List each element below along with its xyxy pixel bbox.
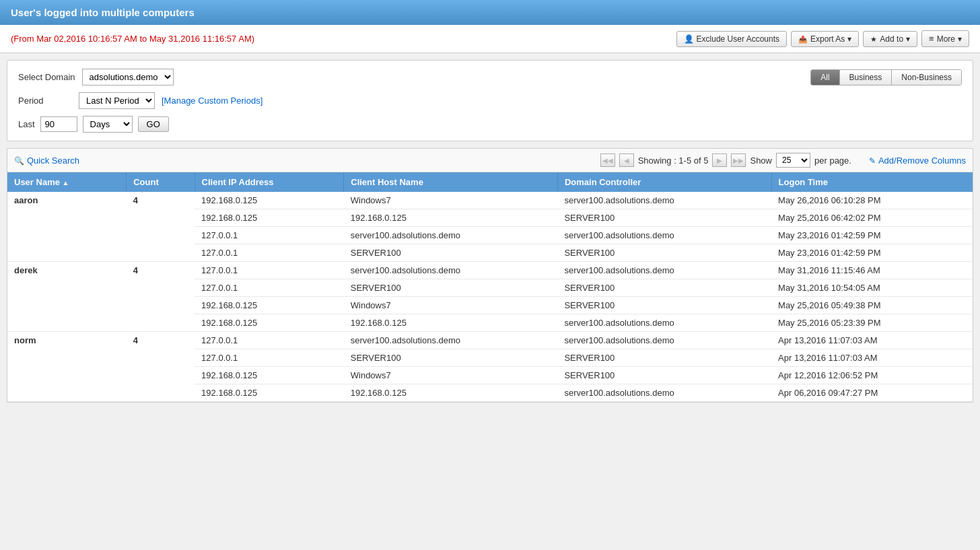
domainctrl-cell: server100.adsolutions.demo (557, 332, 771, 349)
next-page-button[interactable]: ▶ (712, 153, 727, 167)
logontime-cell: May 31,2016 11:15:46 AM (771, 262, 973, 279)
data-table: User Name ▲ Count Client IP Address Clie… (7, 172, 973, 402)
username-cell: norm (7, 332, 127, 402)
col-domainctrl[interactable]: Domain Controller (557, 172, 771, 192)
hostname-cell: Windows7 (344, 297, 558, 314)
hostname-cell: SERVER100 (344, 244, 558, 262)
first-page-button[interactable]: ◀◀ (600, 153, 615, 167)
date-range-subtitle: (From Mar 02,2016 10:16:57 AM to May 31,… (11, 34, 254, 44)
domainctrl-cell: server100.adsolutions.demo (557, 227, 771, 244)
username-cell: derek (7, 262, 127, 332)
logontime-cell: May 23,2016 01:42:59 PM (771, 244, 973, 262)
domainctrl-cell: server100.adsolutions.demo (557, 384, 771, 402)
hostname-cell: server100.adsolutions.demo (344, 332, 558, 349)
last-label: Last (18, 119, 35, 129)
domain-select[interactable]: adsolutions.demo (82, 69, 174, 85)
table-toolbar: Quick Search ◀◀ ◀ Showing : 1-5 of 5 ▶ ▶… (7, 149, 973, 172)
count-cell: 4 (127, 262, 195, 332)
clientip-cell: 127.0.0.1 (195, 279, 344, 297)
clientip-cell: 127.0.0.1 (195, 349, 344, 367)
hostname-cell: SERVER100 (344, 279, 558, 297)
logontime-cell: Apr 12,2016 12:06:52 PM (771, 367, 973, 384)
count-cell: 4 (127, 192, 195, 262)
clientip-cell: 192.168.0.125 (195, 314, 344, 332)
last-n-row: Last Days Hours Weeks GO (18, 116, 962, 133)
hostname-cell: Windows7 (344, 192, 558, 209)
period-select[interactable]: Last N Period (79, 92, 155, 109)
logontime-cell: May 31,2016 10:54:05 AM (771, 279, 973, 297)
filter-section: Select Domain adsolutions.demo All Busin… (7, 60, 973, 141)
search-icon (14, 156, 24, 166)
domainctrl-cell: SERVER100 (557, 279, 771, 297)
sort-icon-username: ▲ (63, 179, 69, 186)
hostname-cell: 192.168.0.125 (344, 314, 558, 332)
go-button[interactable]: GO (138, 116, 169, 132)
period-label: Period (18, 96, 72, 106)
domainctrl-cell: SERVER100 (557, 209, 771, 227)
table-row: derek4127.0.0.1server100.adsolutions.dem… (7, 262, 973, 279)
more-button[interactable]: More ▾ (921, 30, 969, 47)
addto-chevron-icon: ▾ (906, 34, 910, 44)
clientip-cell: 127.0.0.1 (195, 244, 344, 262)
manage-custom-periods-link[interactable]: [Manage Custom Periods] (162, 96, 262, 106)
showing-text: Showing : 1-5 of 5 (638, 156, 709, 166)
pagination-info: ◀◀ ◀ Showing : 1-5 of 5 ▶ ▶▶ Show 25 10 … (600, 153, 966, 168)
add-to-button[interactable]: Add to ▾ (863, 31, 917, 47)
per-page-text: per page. (814, 156, 851, 166)
domainctrl-cell: server100.adsolutions.demo (557, 262, 771, 279)
period-toggle-group: All Business Non-Business (810, 69, 962, 85)
quick-search-link[interactable]: Quick Search (14, 156, 79, 166)
page-header: User's logged into multiple computers (0, 0, 980, 25)
period-business-button[interactable]: Business (840, 70, 893, 85)
prev-page-button[interactable]: ◀ (619, 153, 634, 167)
col-username[interactable]: User Name ▲ (7, 172, 127, 192)
domain-row: Select Domain adsolutions.demo All Busin… (18, 69, 962, 85)
clientip-cell: 192.168.0.125 (195, 209, 344, 227)
star-icon (870, 34, 877, 44)
logontime-cell: May 26,2016 06:10:28 PM (771, 192, 973, 209)
domain-label: Select Domain (18, 72, 75, 82)
col-logontime[interactable]: Logon Time (771, 172, 973, 192)
period-row: Period Last N Period [Manage Custom Peri… (18, 92, 962, 109)
table-section: Quick Search ◀◀ ◀ Showing : 1-5 of 5 ▶ ▶… (7, 148, 973, 403)
hostname-cell: SERVER100 (344, 349, 558, 367)
page-title: User's logged into multiple computers (11, 7, 195, 18)
hostname-cell: 192.168.0.125 (344, 384, 558, 402)
logontime-cell: Apr 13,2016 11:07:03 AM (771, 349, 973, 367)
col-count[interactable]: Count (127, 172, 195, 192)
logontime-cell: May 25,2016 06:42:02 PM (771, 209, 973, 227)
period-all-button[interactable]: All (811, 70, 839, 85)
add-remove-columns-link[interactable]: Add/Remove Columns (869, 156, 966, 166)
logontime-cell: May 25,2016 05:23:39 PM (771, 314, 973, 332)
col-clientip[interactable]: Client IP Address (195, 172, 344, 192)
table-body: aaron4192.168.0.125Windows7server100.ads… (7, 192, 973, 402)
export-as-button[interactable]: Export As ▾ (791, 31, 859, 47)
last-page-button[interactable]: ▶▶ (731, 153, 746, 167)
unit-select[interactable]: Days Hours Weeks (83, 116, 133, 133)
clientip-cell: 192.168.0.125 (195, 192, 344, 209)
col-hostname[interactable]: Client Host Name (344, 172, 558, 192)
logontime-cell: Apr 06,2016 09:47:27 PM (771, 384, 973, 402)
per-page-select[interactable]: 25 10 50 100 (776, 153, 810, 168)
domainctrl-cell: SERVER100 (557, 297, 771, 314)
hostname-cell: Windows7 (344, 367, 558, 384)
clientip-cell: 192.168.0.125 (195, 297, 344, 314)
domainctrl-cell: server100.adsolutions.demo (557, 192, 771, 209)
domainctrl-cell: SERVER100 (557, 349, 771, 367)
logontime-cell: May 23,2016 01:42:59 PM (771, 227, 973, 244)
count-cell: 4 (127, 332, 195, 402)
table-header: User Name ▲ Count Client IP Address Clie… (7, 172, 973, 192)
clientip-cell: 192.168.0.125 (195, 367, 344, 384)
clientip-cell: 127.0.0.1 (195, 332, 344, 349)
hostname-cell: 192.168.0.125 (344, 209, 558, 227)
period-non-business-button[interactable]: Non-Business (892, 70, 961, 85)
show-label: Show (750, 156, 772, 166)
subtitle-bar: (From Mar 02,2016 10:16:57 AM to May 31,… (0, 25, 980, 53)
exclude-user-accounts-button[interactable]: Exclude User Accounts (676, 31, 787, 47)
exclude-icon (684, 34, 694, 44)
last-value-input[interactable] (40, 116, 77, 132)
table-row: norm4127.0.0.1server100.adsolutions.demo… (7, 332, 973, 349)
more-icon (929, 34, 934, 44)
hostname-cell: server100.adsolutions.demo (344, 262, 558, 279)
hostname-cell: server100.adsolutions.demo (344, 227, 558, 244)
